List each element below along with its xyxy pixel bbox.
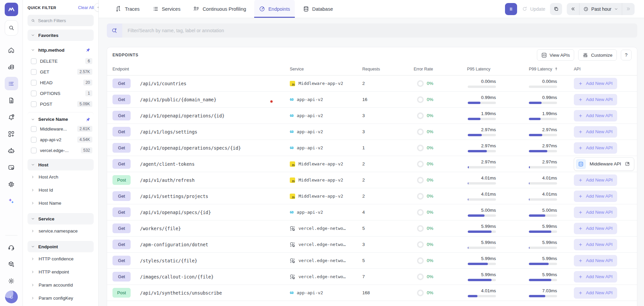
column-header-service[interactable]: Service: [286, 67, 358, 71]
table-row[interactable]: Get /apm-configuration/dotnet vercel.edg…: [107, 237, 637, 253]
table-row[interactable]: Get /api/v1/openapi/specs/{id} GO app-ap…: [107, 204, 637, 220]
add-new-api-button[interactable]: Add New API: [574, 223, 617, 234]
add-new-api-button[interactable]: Add New API: [574, 255, 617, 266]
column-header-endpoint[interactable]: Endpoint: [112, 67, 286, 71]
table-row[interactable]: Post /api/v1/synthetics/unsubscribe GO a…: [107, 285, 637, 301]
sidebar-item-apm[interactable]: [5, 77, 18, 90]
filter-group-service-name[interactable]: Service Name: [28, 112, 94, 123]
add-new-api-button[interactable]: Add New API: [574, 142, 617, 154]
sidebar-item-infrastructure[interactable]: [5, 60, 18, 73]
clear-all-link[interactable]: Clear All: [78, 5, 94, 10]
table-row[interactable]: Get /api/v1/logs/settings GO app-api-v2 …: [107, 124, 637, 140]
sidebar-item-settings[interactable]: [5, 274, 18, 288]
sidebar-item-home[interactable]: [5, 43, 18, 57]
filter-expand-item[interactable]: Host Name: [28, 197, 94, 210]
user-avatar[interactable]: [5, 291, 18, 303]
filter-expand-item[interactable]: Param accountId: [28, 278, 94, 292]
sidebar-item-logs[interactable]: [5, 94, 18, 107]
add-new-api-button[interactable]: Add New API: [574, 239, 617, 250]
table-row[interactable]: Get /workers/{file} vercel.edge-netwo… 5: [107, 220, 637, 237]
table-row[interactable]: Get /images/callout-icon/{file} vercel.e…: [107, 269, 637, 285]
checkbox[interactable]: [31, 137, 37, 143]
filter-expand-item[interactable]: Param configKey: [28, 292, 94, 305]
tab[interactable]: Database: [298, 0, 338, 18]
copy-button[interactable]: [550, 3, 562, 15]
table-row[interactable]: Get /api/v1/countries JS Middleware-app-…: [107, 75, 637, 92]
filter-group-service[interactable]: Service: [28, 213, 94, 224]
rail-search-button[interactable]: [5, 20, 18, 36]
add-new-api-button[interactable]: Add New API: [574, 174, 617, 186]
tab[interactable]: Services: [148, 0, 185, 18]
filter-checkbox-item[interactable]: vercel.edge-... 532: [28, 145, 94, 156]
sidebar-item-feedback[interactable]: [5, 161, 18, 174]
add-new-api-button[interactable]: Add New API: [574, 207, 617, 218]
column-header-requests[interactable]: Requests: [358, 67, 402, 71]
collapse-panel-button[interactable]: [94, 3, 99, 12]
column-header-p95[interactable]: P95 Latency: [459, 67, 519, 71]
filter-checkbox-item[interactable]: GET 2.57K: [28, 66, 94, 77]
time-range-selector[interactable]: Past hour: [579, 3, 622, 15]
column-header-p99[interactable]: P99 Latency: [519, 67, 574, 71]
tab[interactable]: Traces: [111, 0, 144, 18]
checkbox[interactable]: [31, 148, 37, 153]
filter-checkbox-item[interactable]: HEAD 20: [28, 77, 94, 88]
main-filter-input[interactable]: [122, 28, 637, 33]
table-row[interactable]: Get /api/v1/settings/projects JS Middlew…: [107, 188, 637, 204]
checkbox[interactable]: [31, 69, 37, 75]
filter-checkbox-item[interactable]: OPTIONS 1: [28, 88, 94, 99]
column-header-error-rate[interactable]: Error Rate: [402, 67, 459, 71]
add-new-api-button[interactable]: Add New API: [574, 94, 617, 105]
middleware-logo[interactable]: [5, 3, 18, 16]
filter-group-http-method[interactable]: http.method: [28, 44, 94, 56]
table-row[interactable]: Get /styles/static/{file} vercel.edge-ne…: [107, 253, 637, 269]
filter-checkbox-item[interactable]: app-api-v2 4.54K: [28, 134, 94, 145]
table-row[interactable]: Get /api/v1/openapi/operations/{id} GO a…: [107, 108, 637, 124]
add-new-api-button[interactable]: Add New API: [574, 110, 617, 121]
time-back-button[interactable]: [567, 3, 579, 15]
column-header-api[interactable]: API: [574, 67, 637, 71]
filter-expand-item[interactable]: Host Arch: [28, 170, 94, 184]
pause-button[interactable]: [505, 3, 517, 15]
main-filter-bar[interactable]: [107, 23, 637, 38]
checkbox[interactable]: [31, 58, 37, 64]
filter-expand-item[interactable]: HTTP endpoint: [28, 265, 94, 278]
filter-expand-item[interactable]: HTTP confidence: [28, 252, 94, 265]
sidebar-item-dashboard-builder[interactable]: [5, 127, 18, 141]
add-new-api-button[interactable]: Add New API: [574, 126, 617, 138]
filter-search-box[interactable]: [28, 15, 94, 26]
sidebar-item-chip[interactable]: [5, 177, 18, 191]
add-new-api-button[interactable]: Add New API: [574, 271, 617, 283]
filter-checkbox-item[interactable]: DELETE 6: [28, 56, 94, 66]
sidebar-item-support[interactable]: [5, 241, 18, 254]
sidebar-item-alerts[interactable]: [5, 110, 18, 124]
checkbox[interactable]: [31, 91, 37, 96]
checkbox[interactable]: [31, 126, 37, 132]
filter-group-host[interactable]: Host: [28, 159, 94, 170]
tab[interactable]: Continuous Profiling: [188, 0, 251, 18]
add-new-api-button[interactable]: Add New API: [574, 191, 617, 202]
filter-expand-item[interactable]: service.namespace: [28, 224, 94, 238]
filter-group-endpoint[interactable]: Endpoint: [28, 241, 94, 252]
view-apis-button[interactable]: View APIs: [537, 49, 574, 61]
update-button[interactable]: Update: [522, 6, 545, 12]
customize-button[interactable]: Customize: [578, 49, 617, 61]
checkbox[interactable]: [31, 101, 37, 107]
add-new-api-button[interactable]: Add New API: [574, 78, 617, 89]
time-forward-button[interactable]: [622, 3, 635, 15]
table-row[interactable]: Get /api/v1/openapi/operations/specs/{id…: [107, 140, 637, 156]
filter-checkbox-item[interactable]: Middleware... 2.61K: [28, 123, 94, 134]
sidebar-item-integrations[interactable]: [5, 257, 18, 271]
filter-group-favorites[interactable]: Favorites: [28, 30, 94, 41]
table-row[interactable]: Get /agent/client-tokens JS Middleware-a…: [107, 156, 637, 172]
sidebar-item-ai[interactable]: [5, 194, 18, 208]
add-new-api-button[interactable]: Add New API: [574, 287, 617, 299]
sidebar-item-bot[interactable]: [5, 144, 18, 157]
middleware-api-button[interactable]: Middleware API: [574, 157, 634, 171]
help-button[interactable]: ?: [621, 50, 632, 60]
filter-checkbox-item[interactable]: POST 5.09K: [28, 99, 94, 109]
table-row[interactable]: Get /api/v1/public/{domain_name} GO app-…: [107, 92, 637, 108]
checkbox[interactable]: [31, 80, 37, 86]
table-row[interactable]: Post /api/v1/auth/refresh JS Middleware-…: [107, 172, 637, 188]
filter-expand-item[interactable]: Host Id: [28, 184, 94, 197]
filter-search-input[interactable]: [38, 18, 90, 23]
